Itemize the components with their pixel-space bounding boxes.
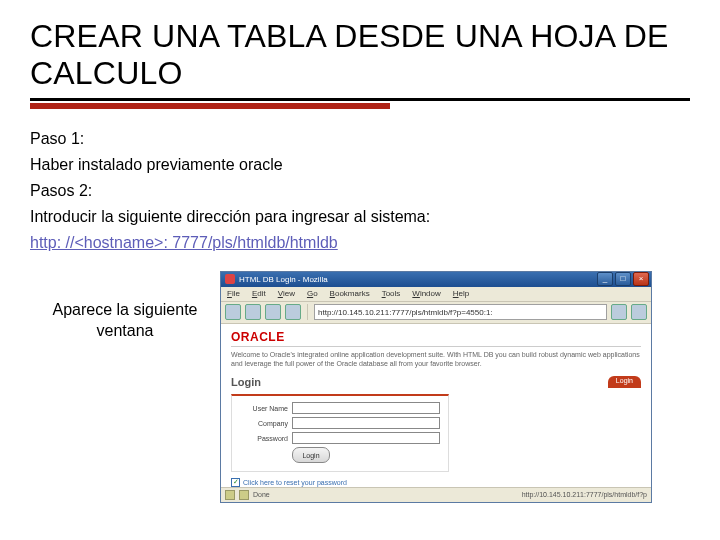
step2-label: Pasos 2:	[30, 179, 690, 203]
status-icon	[225, 490, 235, 500]
oracle-logo: ORACLE	[231, 330, 641, 344]
toolbar: http://10.145.10.211:7777/pls/htmldb/f?p…	[221, 302, 651, 324]
window-titlebar: HTML DB Login - Mozilla _ □ ×	[221, 272, 651, 287]
slide: CREAR UNA TABLA DESDE UNA HOJA DE CALCUL…	[0, 0, 720, 540]
title-accent-bar	[30, 103, 390, 109]
label-company: Company	[240, 420, 292, 427]
input-password[interactable]	[292, 432, 440, 444]
status-bar: Done http://10.145.10.211:7777/pls/htmld…	[221, 487, 651, 502]
input-username[interactable]	[292, 402, 440, 414]
body-text: Paso 1: Haber instalado previamente orac…	[30, 127, 690, 255]
reload-icon[interactable]	[265, 304, 281, 320]
close-button[interactable]: ×	[633, 272, 649, 286]
address-text: http://10.145.10.211:7777/pls/htmldb/f?p…	[318, 308, 493, 317]
status-left-text: Done	[253, 491, 270, 498]
window-buttons: _ □ ×	[597, 272, 649, 286]
step1-label: Paso 1:	[30, 127, 690, 151]
check-icon: ✓	[231, 478, 240, 487]
step1-desc: Haber instalado previamente oracle	[30, 153, 690, 177]
app-icon	[225, 274, 235, 284]
menu-tools[interactable]: Tools	[382, 289, 401, 298]
stop-icon[interactable]	[285, 304, 301, 320]
menu-bookmarks[interactable]: Bookmarks	[330, 289, 370, 298]
login-tab[interactable]: Login	[608, 376, 641, 388]
menu-edit[interactable]: Edit	[252, 289, 266, 298]
page-content: ORACLE Welcome to Oracle's integrated on…	[221, 324, 651, 487]
lower-row: Aparece la siguiente ventana HTML DB Log…	[30, 271, 690, 503]
input-company[interactable]	[292, 417, 440, 429]
login-button[interactable]: Login	[292, 447, 330, 463]
label-password: Password	[240, 435, 292, 442]
address-bar[interactable]: http://10.145.10.211:7777/pls/htmldb/f?p…	[314, 304, 607, 320]
login-form: User Name Company Password Login	[231, 394, 449, 472]
login-header-row: Login Login	[231, 376, 641, 388]
menu-window[interactable]: Window	[412, 289, 440, 298]
menu-view[interactable]: View	[278, 289, 295, 298]
print-icon[interactable]	[631, 304, 647, 320]
minimize-button[interactable]: _	[597, 272, 613, 286]
screenshot-caption: Aparece la siguiente ventana	[30, 271, 220, 503]
browser-window: HTML DB Login - Mozilla _ □ × File Edit …	[220, 271, 652, 503]
row-password: Password	[240, 432, 440, 444]
toolbar-separator	[307, 304, 308, 320]
row-company: Company	[240, 417, 440, 429]
menu-help[interactable]: Help	[453, 289, 469, 298]
login-url-link[interactable]: http: //<hostname>: 7777/pls/htmldb/html…	[30, 234, 338, 251]
menu-bar: File Edit View Go Bookmarks Tools Window…	[221, 287, 651, 302]
maximize-button[interactable]: □	[615, 272, 631, 286]
menu-go[interactable]: Go	[307, 289, 318, 298]
step2-desc: Introducir la siguiente dirección para i…	[30, 205, 690, 229]
search-icon[interactable]	[611, 304, 627, 320]
window-title: HTML DB Login - Mozilla	[239, 275, 597, 284]
reset-password-link[interactable]: ✓ Click here to reset your password	[231, 478, 641, 487]
title-underline	[30, 98, 690, 101]
row-username: User Name	[240, 402, 440, 414]
status-icon-2	[239, 490, 249, 500]
slide-title: CREAR UNA TABLA DESDE UNA HOJA DE CALCUL…	[30, 18, 690, 92]
forward-icon[interactable]	[245, 304, 261, 320]
label-username: User Name	[240, 405, 292, 412]
tagline-text: Welcome to Oracle's integrated online ap…	[231, 346, 641, 368]
reset-password-text: Click here to reset your password	[243, 479, 347, 486]
login-header: Login	[231, 376, 261, 388]
menu-file[interactable]: File	[227, 289, 240, 298]
back-icon[interactable]	[225, 304, 241, 320]
status-right-text: http://10.145.10.211:7777/pls/htmldb/f?p	[522, 491, 647, 498]
